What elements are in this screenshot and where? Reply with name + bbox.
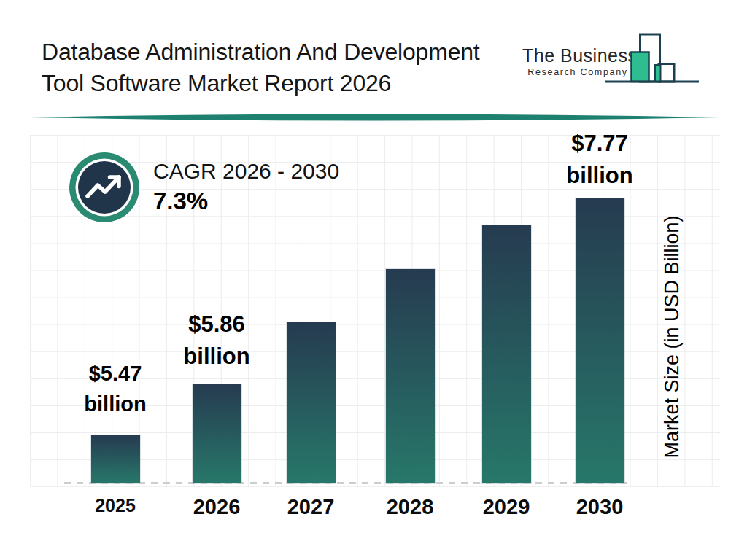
y-axis-label: Market Size (in USD Billion) [661, 215, 684, 458]
x-axis-label-2029: 2029 [483, 495, 530, 519]
bar-value-label-2030: $7.77billion [566, 128, 632, 192]
bar-2026 [193, 384, 241, 483]
bar-2029 [482, 225, 531, 483]
x-axis-label-2026: 2026 [193, 495, 241, 519]
bar-series: $5.47billion2025$5.86billion202620272028… [0, 0, 747, 560]
x-axis-label-2030: 2030 [576, 495, 624, 519]
market-report-infographic: Database Administration And DevelopmentT… [0, 0, 747, 560]
bar-value-label-2025: $5.47billion [84, 358, 146, 419]
x-axis-label-2027: 2027 [287, 495, 335, 519]
bar-2025 [91, 435, 140, 483]
bar-2028 [386, 269, 435, 483]
x-axis-label-2025: 2025 [95, 495, 136, 516]
x-axis-label-2028: 2028 [387, 495, 434, 519]
bar-value-label-2026: $5.86billion [183, 308, 249, 373]
bar-2027 [287, 322, 336, 483]
cagr-trend-up-icon [68, 151, 141, 224]
bar-2030 [576, 198, 624, 483]
cagr-value: 7.3% [153, 187, 208, 215]
cagr-period-label: CAGR 2026 - 2030 [153, 159, 339, 184]
